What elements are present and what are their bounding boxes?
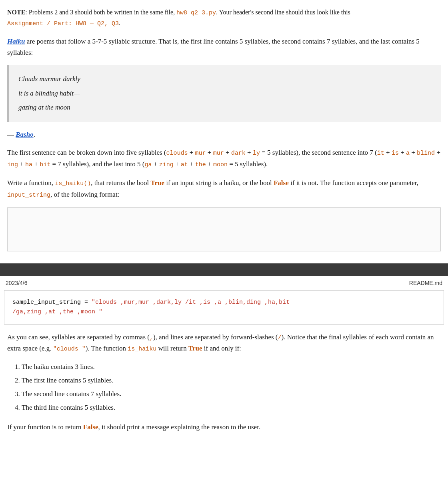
sb-eq3: = 5 syllables).	[228, 160, 268, 168]
lp1-text1: As you can see, syllables are separated …	[7, 333, 150, 341]
note-filename: hw8_q2_3.py	[176, 10, 216, 16]
sb-dark: dark	[231, 150, 246, 157]
note-text1: : Problems 2 and 3 should both be writte…	[25, 9, 176, 16]
haiku-blockquote: Clouds murmur darkly it is a blinding ha…	[7, 65, 441, 122]
haiku-intro-text: are poems that follow a 5-7-5 syllabic s…	[7, 38, 420, 56]
sb-ing: ing	[7, 161, 18, 168]
attribution-dash: —	[7, 131, 16, 138]
code-assign: =	[81, 299, 92, 306]
sb-plus1: +	[188, 149, 195, 156]
sb-p2: +	[384, 149, 392, 156]
note-label: NOTE	[7, 9, 25, 16]
function-desc: Write a function, is_haiku(), that retur…	[7, 177, 441, 201]
fd-text5: , of the following format:	[50, 191, 119, 198]
attribution-period: .	[34, 131, 35, 138]
sb-moon: moon	[213, 161, 228, 168]
sb-eq1: = 5 syllables), the second sentence into…	[260, 149, 377, 156]
code-sample-block: sample_input_string = "clouds ,mur,mur ,…	[4, 290, 444, 325]
file-header: 2023/4/6 README.md	[0, 276, 448, 290]
sb-mur1: mur	[195, 150, 206, 157]
blockquote-line1: Clouds murmur darkly	[18, 72, 431, 86]
sb-at: at	[181, 161, 188, 168]
note-assignment: Assignment / Part: HW8 — Q2, Q3	[7, 20, 119, 27]
fd-param: input_string	[7, 192, 50, 199]
sb-p10: +	[188, 160, 195, 168]
sb-it: it	[377, 150, 384, 157]
conditions-list: The haiku contains 3 lines. The first li…	[7, 360, 441, 414]
list-item: The first line contains 5 syllables.	[22, 374, 441, 387]
fd-text2: , that returns the bool	[91, 179, 150, 187]
sb-p5: +	[435, 149, 440, 156]
fn-text2: , it should print a message explaining t…	[98, 423, 261, 431]
lp1-text2: ), and lines are separated by forward-sl…	[153, 333, 278, 341]
sb-bit: bit	[40, 161, 50, 168]
sb-a: a	[406, 150, 410, 157]
fd-false: False	[274, 179, 289, 187]
note-paragraph: NOTE: Problems 2 and 3 should both be wr…	[7, 7, 441, 29]
note-text3: .	[119, 20, 120, 26]
blockquote-line3: gazing at the moon	[18, 100, 431, 115]
lp1-text4: ). The function	[86, 345, 128, 352]
fd-text4: if it is not. The function accepts one p…	[289, 179, 418, 187]
fd-true: True	[150, 179, 164, 187]
sb-p3: +	[399, 149, 406, 156]
list-item: The haiku contains 3 lines.	[22, 360, 441, 374]
lp1-true: True	[188, 345, 202, 352]
code-string-line2: /ga,zing ,at ,the ,moon "	[12, 309, 102, 315]
fd-text1: Write a function,	[7, 179, 55, 187]
conditions-ol: The haiku contains 3 lines. The first li…	[22, 360, 441, 414]
code-string-line1: "clouds ,mur,mur ,dark,ly /it ,is ,a ,bl…	[92, 299, 290, 306]
fd-text3: if an input string is a haiku, or the bo…	[164, 179, 274, 187]
sb-p8: +	[152, 160, 159, 168]
lower-para1: As you can see, syllables are separated …	[7, 332, 441, 355]
sb-p9: +	[174, 160, 181, 168]
sb-plus3: +	[224, 149, 231, 156]
lp1-text6: if and only if:	[202, 345, 241, 352]
sb-is: is	[392, 150, 399, 157]
dark-separator	[0, 263, 448, 276]
attribution: — Basho.	[7, 129, 441, 140]
sb-ly: ly	[253, 150, 260, 157]
file-filename: README.md	[409, 279, 442, 287]
lp1-text5: will return	[156, 345, 188, 352]
lp1-clouds-example: "clouds "	[53, 346, 86, 353]
sb-p7: +	[32, 160, 40, 168]
sb-blind: blind	[417, 150, 435, 157]
code-var: sample_input_string	[12, 299, 81, 306]
haiku-link[interactable]: Haiku	[7, 38, 25, 45]
sb-text1: The first sentence can be broken down in…	[7, 149, 166, 156]
lp1-is-haiku: is_haiku	[128, 346, 156, 353]
lower-content: As you can see, syllables are separated …	[0, 325, 448, 445]
haiku-intro: Haiku are poems that follow a 5-7-5 syll…	[7, 36, 441, 58]
syllable-breakdown: The first sentence can be broken down in…	[7, 147, 441, 170]
sb-clouds: clouds	[166, 150, 188, 157]
list-item: The second line contains 7 syllables.	[22, 387, 441, 401]
sb-ha: ha	[25, 161, 32, 168]
sb-p6: +	[18, 160, 25, 168]
sb-the: the	[195, 161, 206, 168]
attribution-author[interactable]: Basho	[16, 131, 33, 138]
sb-p11: +	[206, 160, 213, 168]
sb-p4: +	[410, 149, 417, 156]
list-item: The third line contains 5 syllables.	[22, 401, 441, 414]
sb-mur2: mur	[213, 150, 224, 157]
fn-text1: If your function is to return	[7, 423, 83, 431]
sb-plus2: +	[206, 149, 213, 156]
lp1-comma: ,	[150, 335, 153, 341]
final-note: If your function is to return False, it …	[7, 422, 441, 433]
fn-false: False	[83, 423, 98, 431]
sb-plus4: +	[246, 149, 253, 156]
note-text2: . Your header's second line should thus …	[216, 9, 350, 16]
sb-eq2: = 7 syllables), and the last into 5 (	[50, 160, 144, 168]
file-date: 2023/4/6	[6, 279, 28, 287]
blockquote-line2: it is a blinding habit—	[18, 86, 431, 101]
sb-zing: zing	[159, 161, 174, 168]
sb-ga: ga	[145, 161, 152, 168]
code-input-box	[7, 207, 441, 251]
lp1-slash: /	[278, 335, 282, 341]
fd-func-name: is_haiku()	[55, 180, 91, 187]
